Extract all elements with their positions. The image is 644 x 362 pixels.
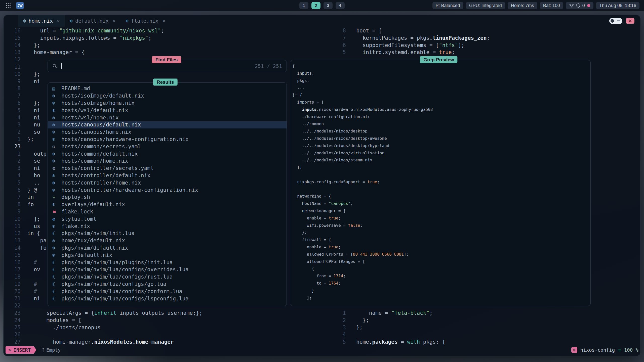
code-line[interactable]: 8 boot = { <box>331 27 490 34</box>
code-line[interactable]: 25 ./hosts/canopus <box>4 324 331 331</box>
code-line[interactable]: 3 }; <box>331 324 445 331</box>
line-number: 13 <box>4 237 27 244</box>
code-line <box>292 171 590 178</box>
list-item[interactable]: ❄overlays/default.nix <box>48 201 287 208</box>
list-item[interactable]: ❄hosts/common/default.nix <box>48 150 287 157</box>
apps-launcher-button[interactable] <box>5 2 12 9</box>
tab-flake-nix[interactable]: ❄ flake.nix × <box>121 15 171 27</box>
logo-badge[interactable]: JW <box>16 2 24 9</box>
line-number: 18 <box>4 273 27 281</box>
file-path-label: pkgs/nvim/nvim/lua/plugins/init.lua <box>61 259 173 265</box>
nix-icon: ❄ <box>52 187 61 193</box>
code-line[interactable]: 2 }; <box>331 317 445 324</box>
code-line: ../../modules/nixos/virtualisation <box>292 150 590 157</box>
list-item[interactable]: ❄hosts/canopus/hardware-configuration.ni… <box>48 136 287 143</box>
list-item[interactable]: ⚙stylua.toml <box>48 215 287 222</box>
list-item[interactable]: ❄hosts/controller/default.nix <box>48 172 287 179</box>
code-line: ./hardware-configuration.nix <box>292 113 590 121</box>
list-item[interactable]: ❄home/tux/default.nix <box>48 237 287 244</box>
code-line: { <box>292 63 590 70</box>
lines-icon: ≡ <box>618 347 621 353</box>
power-profile-pill[interactable]: P: Balanced <box>432 2 463 9</box>
list-item[interactable]: ❄hosts/common/home.nix <box>48 157 287 165</box>
list-item[interactable]: ☾pkgs/nvim/nvim/lua/configs/overrides.lu… <box>48 266 287 273</box>
nix-file-icon: ❄ <box>126 18 129 24</box>
code-line[interactable]: 15 inputs.nixpkgs.follows = "nixpkgs"; <box>4 34 331 42</box>
list-item[interactable]: flake.lock <box>48 208 287 215</box>
code-line[interactable]: 13 home-manager = { <box>4 49 331 56</box>
code-line[interactable]: 7 kernelPackages = pkgs.linuxPackages_ze… <box>331 34 490 42</box>
workspace-switcher: 1 2 3 4 <box>299 2 345 9</box>
file-path-label: hosts/common/default.nix <box>61 151 138 157</box>
toml-icon: ⚙ <box>52 216 61 222</box>
tab-close-icon[interactable]: × <box>163 18 166 24</box>
list-item[interactable]: ☾pkgs/nvim/nvim/lua/configs/lspconfig.lu… <box>48 295 287 302</box>
list-item[interactable]: ⚙hosts/controller/secrets.yaml <box>48 165 287 172</box>
workspace-button-2[interactable]: 2 <box>311 2 320 9</box>
line-number: 4 <box>331 331 350 338</box>
code-line: ../../modules/nixos/desktop/awesome <box>292 135 590 142</box>
workspace-button-1[interactable]: 1 <box>299 2 308 9</box>
list-item[interactable]: ⚙hosts/common/secrets.yaml <box>48 143 287 150</box>
terminal-window: ❄ home.nix × ❄ default.nix × ❄ flake.nix… <box>3 15 641 356</box>
code-line[interactable]: 23 specialArgs = {inherit inputs outputs… <box>4 309 331 317</box>
code-line[interactable]: 5 home.packages = with pkgs; [ <box>331 338 445 346</box>
tab-close-icon[interactable]: × <box>113 18 116 24</box>
code-line[interactable]: 26 <box>4 331 331 338</box>
list-item[interactable]: ▤README.md <box>48 85 287 92</box>
list-item[interactable]: »deploy.sh <box>48 194 287 201</box>
line-number: 11 <box>4 63 27 71</box>
tab-close-icon[interactable]: × <box>57 18 60 24</box>
line-number: 2 <box>4 157 27 165</box>
code-line: inputs.nixos-hardware.nixosModules.asus-… <box>292 106 590 113</box>
list-item[interactable]: ☾pkgs/nvim/nvim/init.lua <box>48 230 287 237</box>
line-number: 20 <box>4 288 27 295</box>
list-item[interactable]: ☾pkgs/nvim/nvim/lua/configs/conform.lua <box>48 288 287 295</box>
code-line[interactable]: 4 <box>331 331 445 338</box>
line-number: 1 <box>331 309 350 317</box>
nix-icon: ❄ <box>52 108 61 113</box>
nix-icon: ❄ <box>52 137 61 142</box>
list-item[interactable]: ❄hosts/controller/home.nix <box>48 179 287 186</box>
window-close-button[interactable]: ✕ <box>626 18 634 24</box>
list-item[interactable]: ❄hosts/isoImage/default.nix <box>48 92 287 100</box>
list-item[interactable]: ❄hosts/canopus/default.nix <box>48 121 287 128</box>
list-item[interactable]: ❄hosts/isoImage/home.nix <box>48 100 287 107</box>
code-line[interactable]: 24 modules = [ <box>4 317 331 324</box>
line-number: 7 <box>4 194 27 201</box>
list-item[interactable]: ❄hosts/controller/hardware-configuration… <box>48 186 287 194</box>
list-item[interactable]: ❄flake.nix <box>48 222 287 230</box>
nix-icon: ❄ <box>52 158 61 164</box>
code-line[interactable]: 27 home-manager.nixosModules.home-manage… <box>4 338 331 346</box>
tab-default-nix[interactable]: ❄ default.nix × <box>65 15 121 27</box>
shield-icon[interactable] <box>576 3 580 8</box>
code-line[interactable]: 14 }; <box>4 42 331 49</box>
window-opacity-toggle[interactable] <box>609 18 622 24</box>
clock-pill[interactable]: Thu Aug 08, 18:16 <box>596 2 639 9</box>
workspace-button-3[interactable]: 3 <box>324 2 333 9</box>
lock-icon <box>52 209 61 214</box>
list-item[interactable]: ☾pkgs/nvim/nvim/lua/configs/rust.lua <box>48 273 287 281</box>
file-path-label: pkgs/nvim/nvim/lua/configs/lspconfig.lua <box>61 296 189 302</box>
list-item[interactable]: ❄hosts/canopus/home.nix <box>48 128 287 136</box>
wifi-icon[interactable] <box>569 4 574 8</box>
line-number: 13 <box>4 49 27 56</box>
list-item[interactable]: ☾pkgs/nvim/nvim/lua/plugins/init.lua <box>48 259 287 266</box>
list-item[interactable]: ❄pkgs/nvim/default.nix <box>48 244 287 252</box>
code-line: ]; <box>292 164 590 171</box>
line-number: 23 <box>4 309 27 317</box>
line-number: 3 <box>4 165 27 172</box>
code-line[interactable]: 5 initrd.systemd.enable = true; <box>331 49 490 56</box>
record-icon[interactable] <box>587 4 590 7</box>
line-number: 5 <box>4 107 27 114</box>
code-line[interactable]: 1 name = "Tela-black"; <box>331 309 445 317</box>
workspace-button-4[interactable]: 4 <box>336 2 345 9</box>
list-item[interactable]: ❄hosts/wsl/home.nix <box>48 114 287 121</box>
list-item[interactable]: ☾pkgs/nvim/nvim/lua/configs/go.lua <box>48 281 287 288</box>
list-item[interactable]: ❄pkgs/default.nix <box>48 251 287 259</box>
tab-home-nix[interactable]: ❄ home.nix × <box>18 15 65 27</box>
file-path-label: deploy.sh <box>61 194 90 200</box>
list-item[interactable]: ❄hosts/wsl/default.nix <box>48 107 287 114</box>
code-line[interactable]: 16 url = "github:nix-community/nixos-wsl… <box>4 27 331 34</box>
code-line[interactable]: 6 supportedFilesystems = ["ntfs"]; <box>331 42 490 49</box>
